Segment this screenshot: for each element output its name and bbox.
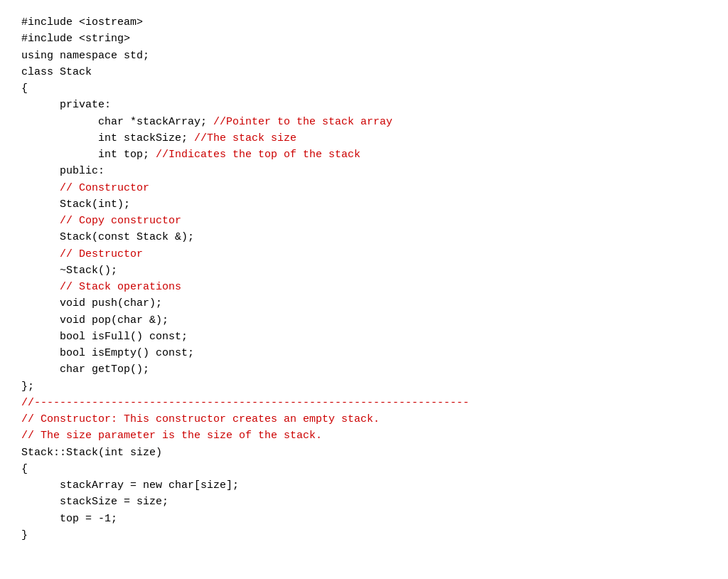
code-line: Stack(const Stack &);	[21, 229, 707, 245]
code-text	[21, 182, 60, 194]
code-text: //The stack size	[194, 132, 296, 144]
code-line: }	[21, 527, 707, 543]
code-text: char getTop();	[21, 363, 149, 376]
code-text: //Pointer to the stack array	[213, 116, 392, 128]
code-text: }	[21, 529, 28, 541]
code-line: stackArray = new char[size];	[21, 477, 707, 494]
code-line: {	[21, 80, 707, 97]
code-text: //--------------------------------------…	[21, 397, 469, 409]
code-text: class Stack	[21, 66, 92, 78]
code-line: int stackSize; //The stack size	[21, 130, 707, 147]
code-line: public:	[21, 163, 707, 179]
code-line: top = -1;	[21, 511, 707, 527]
code-line: // Copy constructor	[21, 213, 707, 229]
code-line: Stack::Stack(int size)	[21, 445, 707, 461]
code-text: //Indicates the top of the stack	[156, 149, 360, 161]
code-text: stackArray = new char[size];	[21, 479, 239, 492]
code-text: Stack(int);	[21, 198, 130, 211]
code-text: char *stackArray;	[21, 116, 213, 128]
code-display: #include <iostream>#include <string>usin…	[21, 14, 707, 543]
code-text: #include <iostream>	[21, 16, 143, 28]
code-text: Stack::Stack(int size)	[21, 447, 162, 459]
code-line: // The size parameter is the size of the…	[21, 427, 707, 444]
code-text: // Copy constructor	[60, 215, 181, 227]
code-line: class Stack	[21, 64, 707, 80]
code-line: char *stackArray; //Pointer to the stack…	[21, 114, 707, 130]
code-line: {	[21, 461, 707, 477]
code-line: void push(char);	[21, 295, 707, 312]
code-text: top = -1;	[21, 513, 117, 525]
code-text: int top;	[21, 149, 156, 161]
code-text: stackSize = size;	[21, 496, 168, 508]
code-line: #include <iostream>	[21, 14, 707, 31]
code-line: using namespace std;	[21, 48, 707, 64]
code-text: // The size parameter is the size of the…	[21, 430, 322, 442]
code-line: // Stack operations	[21, 279, 707, 295]
code-line: void pop(char &);	[21, 312, 707, 329]
code-line: // Constructor: This constructor creates…	[21, 411, 707, 427]
code-text: private:	[21, 99, 111, 111]
code-text: bool isEmpty() const;	[21, 347, 194, 359]
code-line: int top; //Indicates the top of the stac…	[21, 147, 707, 163]
code-text: #include <string>	[21, 33, 130, 45]
code-line: ~Stack();	[21, 262, 707, 279]
code-line: bool isEmpty() const;	[21, 345, 707, 361]
code-line: //--------------------------------------…	[21, 395, 707, 411]
code-line: #include <string>	[21, 31, 707, 47]
code-text	[21, 281, 60, 293]
code-text	[21, 248, 60, 260]
code-text: void push(char);	[21, 297, 162, 309]
code-text: Stack(const Stack &);	[21, 231, 194, 243]
code-line: char getTop();	[21, 361, 707, 378]
code-text: bool isFull() const;	[21, 331, 188, 343]
code-text: int stackSize;	[21, 132, 194, 144]
code-text: {	[21, 463, 28, 475]
code-line: stackSize = size;	[21, 494, 707, 510]
code-line: private:	[21, 97, 707, 113]
code-line: // Constructor	[21, 180, 707, 196]
code-text: ~Stack();	[21, 265, 117, 277]
code-text: void pop(char &);	[21, 314, 168, 326]
code-text: // Constructor	[60, 182, 149, 194]
code-text: // Stack operations	[60, 281, 181, 293]
code-line: bool isFull() const;	[21, 329, 707, 345]
code-line: // Destructor	[21, 246, 707, 262]
code-text: // Destructor	[60, 248, 143, 260]
code-text: using namespace std;	[21, 50, 149, 62]
code-text: // Constructor: This constructor creates…	[21, 413, 380, 425]
code-line: };	[21, 378, 707, 395]
code-text	[21, 215, 60, 227]
code-text: {	[21, 83, 28, 95]
code-line: Stack(int);	[21, 196, 707, 213]
code-text: public:	[21, 165, 105, 177]
code-text: };	[21, 381, 34, 393]
